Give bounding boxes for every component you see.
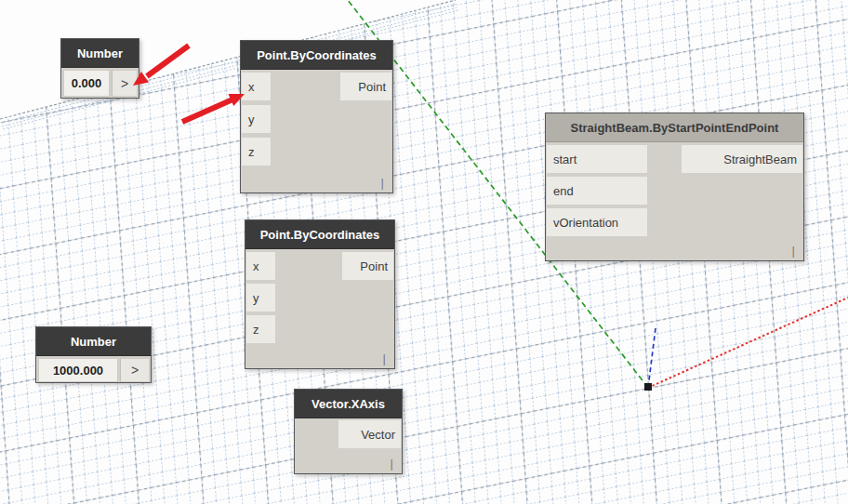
node-title: Point.ByCoordinates [257,48,377,62]
node-number-1[interactable]: Number 0.000 > [60,38,139,99]
node-header[interactable]: Number [36,327,151,356]
node-title: Point.ByCoordinates [260,228,380,242]
node-number-2[interactable]: Number 1000.000 > [35,326,152,383]
dynamo-canvas[interactable]: Number 0.000 > Point.ByCoordinates x y z… [0,0,848,504]
node-point-bycoordinates-1[interactable]: Point.ByCoordinates x y z Point | [240,40,393,193]
node-point-bycoordinates-2[interactable]: Point.ByCoordinates x y z Point | [245,219,395,369]
node-title: Vector.XAxis [311,397,385,411]
node-straightbeam-bystartpointendpoint[interactable]: StraightBeam.ByStartPointEndPoint start … [545,113,804,261]
output-port-vector[interactable]: Vector [338,420,401,448]
node-header[interactable]: Point.ByCoordinates [245,220,394,249]
input-port-z[interactable]: z [246,315,275,343]
input-port-z[interactable]: z [242,138,271,166]
output-port-straightbeam[interactable]: StraightBeam [682,145,802,173]
number-value-input[interactable]: 0.000 [63,70,110,97]
number-value-input[interactable]: 1000.000 [38,358,118,382]
node-title: StraightBeam.ByStartPointEndPoint [571,121,779,135]
input-port-vorientation[interactable]: vOrientation [547,208,647,236]
input-port-y[interactable]: y [246,284,275,312]
node-header[interactable]: StraightBeam.ByStartPointEndPoint [546,113,803,142]
node-header[interactable]: Vector.XAxis [295,390,402,418]
node-header[interactable]: Number [61,39,139,68]
lacing-indicator: | [381,176,384,190]
lacing-indicator: | [792,244,795,258]
output-port-chevron[interactable]: > [120,358,150,382]
output-port-point[interactable]: Point [342,252,393,280]
node-title: Number [77,46,123,60]
input-port-y[interactable]: y [242,105,271,133]
output-port-chevron[interactable]: > [112,70,138,97]
node-header[interactable]: Point.ByCoordinates [241,41,392,70]
input-port-x[interactable]: x [246,252,275,280]
origin-point-marker [644,383,652,391]
output-port-point[interactable]: Point [340,73,391,100]
lacing-indicator: | [391,457,393,471]
lacing-indicator: | [383,351,386,365]
input-port-start[interactable]: start [547,145,647,173]
node-vector-xaxis[interactable]: Vector.XAxis Vector | [294,389,403,474]
input-port-x[interactable]: x [242,73,271,100]
node-title: Number [71,335,116,349]
input-port-end[interactable]: end [547,177,647,205]
